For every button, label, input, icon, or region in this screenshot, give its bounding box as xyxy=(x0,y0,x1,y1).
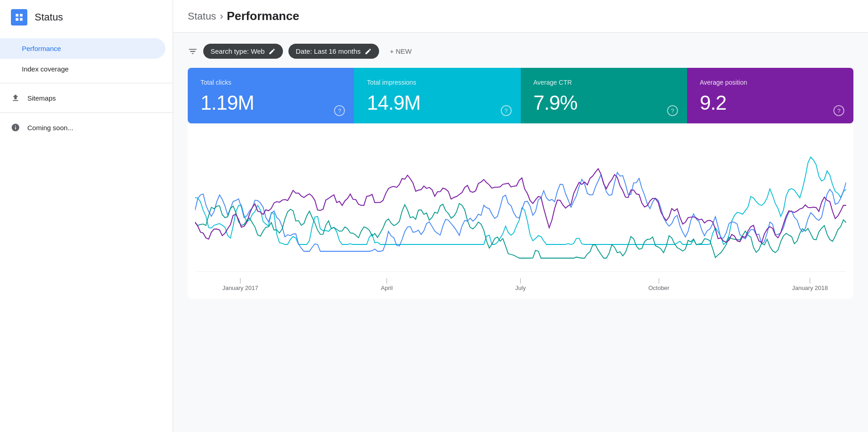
info-icon xyxy=(11,123,20,132)
metric-value-position: 9.2 xyxy=(700,91,841,114)
svg-rect-2 xyxy=(16,18,19,21)
breadcrumb-status: Status xyxy=(188,10,216,22)
x-axis-labels: January 2017 April July October January … xyxy=(195,281,846,291)
filter-bar: Search type: Web Date: Last 16 months + … xyxy=(188,44,853,59)
main-content-area: Status › Performance Search type: Web xyxy=(173,0,868,432)
metric-label-ctr: Average CTR xyxy=(534,79,674,86)
help-icon-impressions[interactable]: ? xyxy=(501,105,512,116)
sidebar-item-index-coverage-label: Index coverage xyxy=(22,65,69,73)
x-label-october: October xyxy=(648,285,669,291)
metric-value-impressions: 14.9M xyxy=(367,91,508,114)
sidebar-divider-1 xyxy=(0,83,173,83)
x-label-jan2018: January 2018 xyxy=(792,285,828,291)
search-type-chip[interactable]: Search type: Web xyxy=(203,44,283,59)
metric-card-ctr[interactable]: Average CTR 7.9% ? xyxy=(521,68,687,123)
sidebar-item-index-coverage[interactable]: Index coverage xyxy=(0,59,165,79)
metric-card-impressions[interactable]: Total impressions 14.9M ? xyxy=(354,68,520,123)
new-button-label: + NEW xyxy=(390,47,412,55)
breadcrumb-current: Performance xyxy=(227,9,299,23)
sidebar-item-performance-label: Performance xyxy=(22,45,61,52)
app-logo xyxy=(11,9,27,25)
metric-value-ctr: 7.9% xyxy=(534,91,674,114)
svg-rect-3 xyxy=(20,18,23,21)
metric-cards: Total clicks 1.19M ? Total impressions 1… xyxy=(188,68,853,123)
sidebar-nav: Performance Index coverage Sitemaps xyxy=(0,35,173,138)
x-label-jan2017: January 2017 xyxy=(222,285,258,291)
filter-icon[interactable] xyxy=(188,46,198,56)
metric-label-clicks: Total clicks xyxy=(200,79,341,86)
metric-label-position: Average position xyxy=(700,79,841,86)
svg-rect-1 xyxy=(20,14,23,17)
sidebar-title: Status xyxy=(35,11,63,23)
metric-card-position[interactable]: Average position 9.2 ? xyxy=(687,68,853,123)
sidebar-item-coming-soon-label: Coming soon... xyxy=(27,124,73,132)
sidebar-header: Status xyxy=(0,0,173,35)
new-button[interactable]: + NEW xyxy=(385,44,417,59)
metric-label-impressions: Total impressions xyxy=(367,79,508,86)
search-type-chip-label: Search type: Web xyxy=(211,47,265,55)
main-body: Search type: Web Date: Last 16 months + … xyxy=(173,33,868,310)
help-icon-position[interactable]: ? xyxy=(833,105,844,116)
help-icon-clicks[interactable]: ? xyxy=(334,105,345,116)
help-icon-ctr[interactable]: ? xyxy=(667,105,678,116)
svg-rect-0 xyxy=(16,14,19,17)
breadcrumb: Status › Performance xyxy=(188,9,299,23)
sidebar-item-sitemaps-label: Sitemaps xyxy=(27,94,56,102)
sidebar-item-performance[interactable]: Performance xyxy=(0,38,165,59)
x-label-april: April xyxy=(381,285,393,291)
breadcrumb-separator: › xyxy=(220,10,223,22)
date-chip-label: Date: Last 16 months xyxy=(296,47,361,55)
metric-value-clicks: 1.19M xyxy=(200,91,341,114)
edit-icon-search xyxy=(268,48,276,55)
edit-icon-date xyxy=(365,48,372,55)
performance-chart xyxy=(195,135,846,272)
x-label-july: July xyxy=(515,285,526,291)
main-header: Status › Performance xyxy=(173,0,868,33)
sidebar-item-coming-soon[interactable]: Coming soon... xyxy=(0,117,165,138)
date-chip[interactable]: Date: Last 16 months xyxy=(288,44,379,59)
sidebar-item-sitemaps[interactable]: Sitemaps xyxy=(0,87,165,109)
upload-icon xyxy=(11,93,20,102)
chart-area: January 2017 April July October January … xyxy=(188,124,853,299)
sidebar: Status Performance Index coverage Sitema… xyxy=(0,0,173,432)
sidebar-divider-2 xyxy=(0,112,173,113)
metric-card-clicks[interactable]: Total clicks 1.19M ? xyxy=(188,68,354,123)
chart-container xyxy=(195,135,846,281)
